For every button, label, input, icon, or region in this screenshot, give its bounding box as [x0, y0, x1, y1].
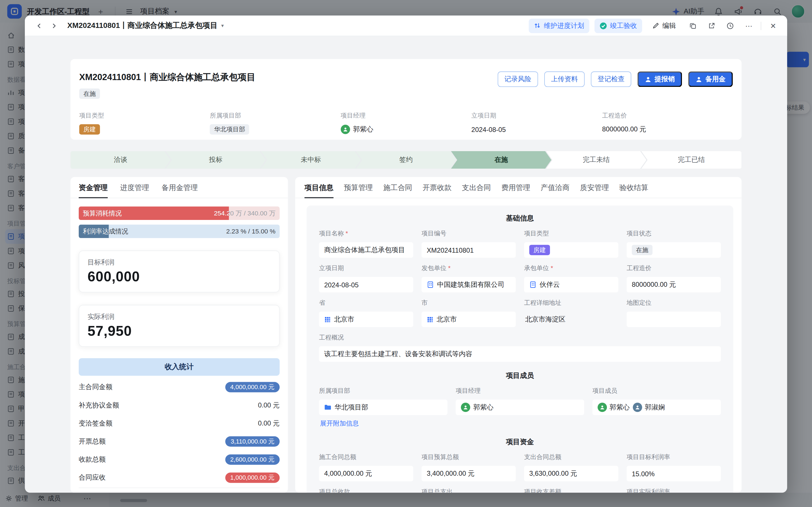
project-type-tag: 房建 [79, 124, 100, 135]
tab-budget[interactable]: 预算管理 [344, 183, 373, 198]
tab-petty-cash-management[interactable]: 备用金管理 [162, 183, 198, 198]
register-inspection-button[interactable]: 登记检查 [591, 71, 631, 87]
tab-funds-management[interactable]: 资金管理 [79, 183, 108, 198]
share-icon[interactable] [705, 19, 718, 33]
divider [761, 21, 761, 30]
tab-invoice-receipt[interactable]: 开票收款 [423, 183, 452, 198]
detail-address-value[interactable]: 北京市海淀区 [524, 312, 618, 327]
field-project-status: 项目状态 在施 [627, 229, 721, 258]
profit-rate-bar: 利润率达成情况2.23 % / 15.00 % 利润率达成情况2.23 % / … [79, 225, 280, 238]
avatar [598, 403, 607, 412]
field-contractor-company: 承包单位 伙伴云 [524, 264, 618, 292]
avatar [461, 403, 470, 412]
income-statistics-button[interactable]: 收入统计 [79, 358, 280, 376]
field-budget-total: 项目预算总额 3,400,000.00 元 [422, 453, 516, 481]
row-contract-receivable: 合同应收1,000,000.00 元 [79, 468, 280, 487]
chevron-down-icon[interactable]: ▾ [221, 23, 224, 29]
sort-arrows-icon [534, 22, 541, 29]
tab-cost-management[interactable]: 费用管理 [501, 183, 530, 198]
project-name-input[interactable]: 商业综合体施工总承包项目 [319, 242, 413, 258]
submit-expense-button[interactable]: 提报销 [637, 71, 682, 87]
record-risk-button[interactable]: 记录风险 [498, 71, 538, 87]
completion-acceptance-button[interactable]: 竣工验收 [594, 18, 642, 33]
divider [79, 488, 280, 493]
amount-badge[interactable]: 4,000,000.00 元 [225, 382, 280, 392]
field-project-cost: 工程造价 8000000.00 元 [627, 264, 721, 292]
modal-body: XM2024110801丨商业综合体施工总承包项目 在施 记录风险 上传资料 登… [25, 36, 787, 493]
target-profit-value: 600,000 [88, 269, 271, 285]
project-status-input[interactable]: 在施 [627, 242, 721, 258]
project-manager-input[interactable]: 郭紫心 [456, 400, 584, 415]
field-actual-profit-rate: 项目实际利润率 2.23% [627, 488, 721, 493]
field-start-date: 立项日期 2024-08-05 [472, 111, 602, 135]
step-finished-settled[interactable]: 完工已结 [641, 151, 742, 169]
owner-company-input[interactable]: 中国建筑集团有限公司 [422, 277, 516, 292]
tab-acceptance-settlement[interactable]: 验收结算 [619, 183, 648, 198]
tab-project-info[interactable]: 项目信息 [305, 183, 333, 198]
amount-badge[interactable]: 3,110,000.00 元 [225, 436, 280, 446]
expand-extra-info-link[interactable]: 展开附加信息 [320, 419, 359, 428]
province-input[interactable]: 北京市 [319, 312, 413, 327]
copy-icon[interactable] [686, 19, 700, 33]
section-title-members: 项目成员 [319, 371, 721, 380]
person-icon [645, 76, 651, 82]
project-overview-input[interactable]: 该工程主要包括土建工程、设备安装和调试等内容 [319, 346, 721, 362]
history-icon[interactable] [723, 19, 737, 33]
step-in-construction[interactable]: 在施 [451, 151, 551, 169]
maintain-schedule-button[interactable]: 维护进度计划 [529, 18, 589, 33]
prev-record-button[interactable] [33, 19, 45, 32]
right-panel-tabs: 项目信息 预算管理 施工合同 开票收款 支出合同 费用管理 产值洽商 质安管理 … [295, 177, 742, 198]
field-city: 市 北京市 [422, 299, 516, 327]
step-signed[interactable]: 签约 [356, 151, 456, 169]
tab-construction-contract[interactable]: 施工合同 [383, 183, 412, 198]
tab-progress-management[interactable]: 进度管理 [120, 183, 149, 198]
petty-cash-button[interactable]: 备用金 [688, 71, 733, 87]
section-title-basic: 基础信息 [319, 214, 721, 223]
actual-profit-value: 57,950 [88, 324, 271, 339]
avatar [633, 403, 642, 412]
tab-quality-safety[interactable]: 质安管理 [580, 183, 609, 198]
next-record-button[interactable] [48, 19, 60, 32]
amount-rows: 主合同金额4,000,000.00 元 补充协议金额0.00 元 变洽签金额0.… [79, 378, 280, 487]
upload-docs-button[interactable]: 上传资料 [544, 71, 585, 87]
amount-badge[interactable]: 1,000,000.00 元 [225, 472, 280, 483]
field-province: 省 北京市 [319, 299, 413, 327]
row-invoiced-total: 开票总额3,110,000.00 元 [79, 432, 280, 450]
actual-profit-card: 实际利润 57,950 [79, 305, 280, 347]
field-project-name: 项目名称 商业综合体施工总承包项目 [319, 229, 413, 258]
tab-output-negotiation[interactable]: 产值洽商 [541, 183, 570, 198]
field-project-members: 项目成员 郭紫心 郭淑娴 [593, 387, 721, 428]
step-bidding[interactable]: 投标 [166, 151, 266, 169]
step-finished-unsettled[interactable]: 完工未结 [546, 151, 647, 169]
contractor-company-input[interactable]: 伙伴云 [524, 277, 618, 292]
step-not-awarded[interactable]: 未中标 [261, 151, 361, 169]
close-icon[interactable]: ✕ [766, 19, 780, 33]
more-icon[interactable]: ⋯ [742, 19, 756, 33]
tab-expense-contract[interactable]: 支出合同 [462, 183, 491, 198]
row-supplement-agreement: 补充协议金额0.00 元 [79, 396, 280, 414]
budget-consumption-bar: 预算消耗情况254.20 万 / 340.00 万 预算消耗情况254.20 万… [79, 207, 280, 220]
status-badge: 在施 [79, 89, 100, 99]
modal-title: XM2024110801丨商业综合体施工总承包项目 ▾ [67, 20, 224, 31]
map-location-input[interactable] [627, 312, 721, 327]
project-type-tag: 房建 [529, 245, 550, 255]
modal-header: XM2024110801丨商业综合体施工总承包项目 ▾ 维护进度计划 竣工验收 … [25, 15, 787, 36]
field-department: 所属项目部 华北项目部 展开附加信息 [319, 387, 447, 428]
start-date-input[interactable]: 2024-08-05 [319, 277, 413, 292]
field-total-received: 项目总收款 2,600,000.00 元 [319, 488, 413, 493]
amount-badge[interactable]: 2,600,000.00 元 [225, 454, 280, 465]
project-info-form: 基础信息 项目名称 商业综合体施工总承包项目 项目编号 XM2024110801 [307, 206, 733, 493]
row-change-negotiation: 变洽签金额0.00 元 [79, 414, 280, 432]
step-negotiation[interactable]: 洽谈 [70, 151, 171, 169]
project-code-input[interactable]: XM2024110801 [422, 242, 516, 258]
field-project-type: 项目类型 房建 [79, 111, 210, 135]
city-input[interactable]: 北京市 [422, 312, 516, 327]
section-title-funds: 项目资金 [319, 437, 721, 447]
field-balance: 项目收支差额 57,950.00 元 [524, 488, 618, 493]
department-input[interactable]: 华北项目部 [319, 400, 447, 415]
field-project-overview: 工程概况 该工程主要包括土建工程、设备安装和调试等内容 [319, 333, 721, 362]
edit-button[interactable]: 编辑 [647, 18, 681, 33]
project-members-input[interactable]: 郭紫心 郭淑娴 [593, 400, 721, 415]
project-cost-input[interactable]: 8000000.00 元 [627, 277, 721, 292]
project-type-input[interactable]: 房建 [524, 242, 618, 258]
